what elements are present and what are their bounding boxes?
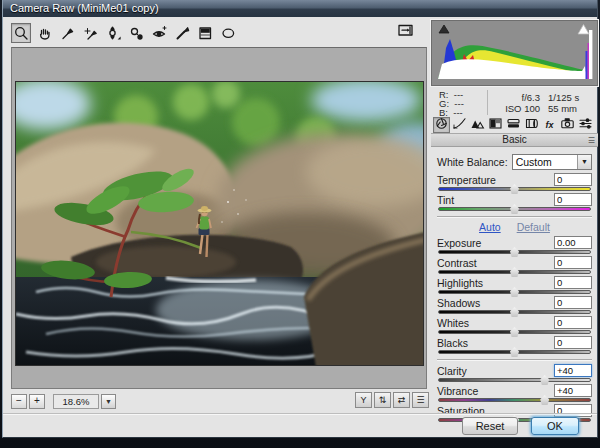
- graduated-filter-icon: [197, 25, 214, 42]
- slider-track[interactable]: [438, 330, 591, 334]
- fx-icon: fx: [545, 120, 553, 130]
- copy-current-to-before-button[interactable]: ⇄: [393, 392, 410, 408]
- slider-row-whites: Whites: [437, 316, 592, 336]
- graduated-filter-tool-button[interactable]: [195, 23, 215, 43]
- slider-thumb[interactable]: [510, 204, 519, 214]
- tab-lens-corrections[interactable]: [523, 117, 540, 133]
- tab-camera-calibration[interactable]: [559, 117, 576, 133]
- hsl-squares-icon: [488, 116, 503, 134]
- preview-mode-controls: Y ⇅ ⇄ ☰: [355, 392, 429, 408]
- preview-image[interactable]: [15, 81, 424, 366]
- auto-link[interactable]: Auto: [479, 221, 501, 233]
- section-divider: [437, 359, 592, 361]
- red-eye-icon: [151, 25, 168, 42]
- radial-filter-tool-button[interactable]: [218, 23, 238, 43]
- tone-curve-icon: [452, 116, 467, 134]
- color-sampler-icon: [82, 25, 99, 42]
- red-eye-removal-tool-button[interactable]: [149, 23, 169, 43]
- target-circle-icon: [105, 25, 122, 42]
- hand-tool-button[interactable]: [34, 23, 54, 43]
- window-titlebar[interactable]: Camera Raw (MiniMe01 copy): [3, 0, 597, 17]
- tab-basic[interactable]: [433, 117, 450, 133]
- basic-panel-content: White Balance: Custom ▼ TemperatureTint …: [431, 147, 598, 415]
- slider-row-blacks: Blacks: [437, 336, 592, 356]
- sharpen-triangles-icon: [470, 116, 485, 134]
- zoom-level-value[interactable]: 18.6%: [53, 394, 99, 409]
- slider-label: Clarity: [437, 365, 467, 377]
- slider-value-input[interactable]: [554, 384, 592, 397]
- adjustment-brush-tool-button[interactable]: [172, 23, 192, 43]
- slider-row-exposure: Exposure: [437, 236, 592, 256]
- slider-track[interactable]: [438, 187, 591, 191]
- slider-value-input[interactable]: [554, 336, 592, 349]
- hand-icon: [36, 25, 53, 42]
- slider-row-vibrance: Vibrance: [437, 384, 592, 404]
- slider-value-input[interactable]: [554, 296, 592, 309]
- slider-row-tint: Tint: [437, 193, 592, 213]
- white-balance-sliders: TemperatureTint: [437, 173, 592, 213]
- slider-label: Contrast: [437, 257, 477, 269]
- adjustments-panel: R: --- G: --- B: --- f/6.31/125 s ISO 10…: [431, 20, 598, 415]
- tab-effects[interactable]: fx: [541, 117, 558, 133]
- brush-icon: [174, 25, 191, 42]
- tab-detail[interactable]: [469, 117, 486, 133]
- zoom-out-button[interactable]: −: [11, 394, 27, 409]
- zoom-level-dropdown[interactable]: ▼: [101, 394, 116, 409]
- slider-track[interactable]: [438, 270, 591, 274]
- exif-readout: f/6.31/125 s ISO 10055 mm: [488, 89, 598, 116]
- ok-button[interactable]: OK: [531, 417, 579, 435]
- tab-hsl-grayscale[interactable]: [487, 117, 504, 133]
- white-balance-row: White Balance: Custom ▼: [437, 152, 592, 171]
- targeted-adjustment-tool-button[interactable]: [103, 23, 123, 43]
- spot-removal-tool-button[interactable]: [126, 23, 146, 43]
- slider-value-input[interactable]: [554, 364, 592, 377]
- panel-menu-icon[interactable]: ☰: [588, 136, 595, 145]
- chevron-down-icon: ▼: [577, 155, 591, 169]
- tone-sliders: ExposureContrastHighlightsShadowsWhitesB…: [437, 236, 592, 356]
- zoom-tool-button[interactable]: [11, 23, 31, 43]
- slider-value-input[interactable]: [554, 276, 592, 289]
- toggle-fullscreen-button[interactable]: [395, 23, 417, 41]
- slider-row-clarity: Clarity: [437, 364, 592, 384]
- white-balance-select[interactable]: Custom ▼: [512, 154, 592, 170]
- tab-tone-curve[interactable]: [451, 117, 468, 133]
- white-balance-value: Custom: [516, 156, 552, 168]
- rgb-readout: R: --- G: --- B: ---: [431, 89, 487, 116]
- slider-thumb[interactable]: [510, 347, 519, 357]
- slider-track[interactable]: [438, 250, 591, 254]
- white-balance-label: White Balance:: [437, 156, 508, 168]
- slider-track[interactable]: [438, 207, 591, 211]
- slider-track[interactable]: [438, 398, 591, 402]
- slider-track[interactable]: [438, 378, 591, 382]
- aperture-icon: [434, 116, 449, 134]
- default-link[interactable]: Default: [517, 221, 550, 233]
- dialog-footer: Reset OK: [3, 413, 597, 438]
- slider-value-input[interactable]: [554, 316, 592, 329]
- slider-value-input[interactable]: [554, 236, 592, 249]
- spot-removal-icon: [128, 25, 145, 42]
- white-balance-tool-button[interactable]: [57, 23, 77, 43]
- tab-split-toning[interactable]: [505, 117, 522, 133]
- sliders-icon: [578, 116, 593, 134]
- slider-value-input[interactable]: [554, 256, 592, 269]
- slider-label: Exposure: [437, 237, 481, 249]
- reset-button[interactable]: Reset: [462, 417, 518, 435]
- lens-icon: [524, 116, 539, 134]
- slider-track[interactable]: [438, 350, 591, 354]
- slider-value-input[interactable]: [554, 193, 592, 206]
- zoom-in-button[interactable]: +: [29, 394, 45, 409]
- preview-mode-button[interactable]: Y: [355, 392, 372, 408]
- preview-preferences-button[interactable]: ☰: [412, 392, 429, 408]
- slider-label: Vibrance: [437, 385, 478, 397]
- swap-before-after-button[interactable]: ⇅: [374, 392, 391, 408]
- slider-value-input[interactable]: [554, 173, 592, 186]
- focal-length-value: 55 mm: [540, 103, 577, 114]
- slider-track[interactable]: [438, 290, 591, 294]
- split-toning-icon: [506, 116, 521, 134]
- tab-presets[interactable]: [577, 117, 594, 133]
- slider-row-highlights: Highlights: [437, 276, 592, 296]
- section-divider: [437, 216, 592, 218]
- slider-track[interactable]: [438, 310, 591, 314]
- color-sampler-tool-button[interactable]: [80, 23, 100, 43]
- slider-label: Blacks: [437, 337, 468, 349]
